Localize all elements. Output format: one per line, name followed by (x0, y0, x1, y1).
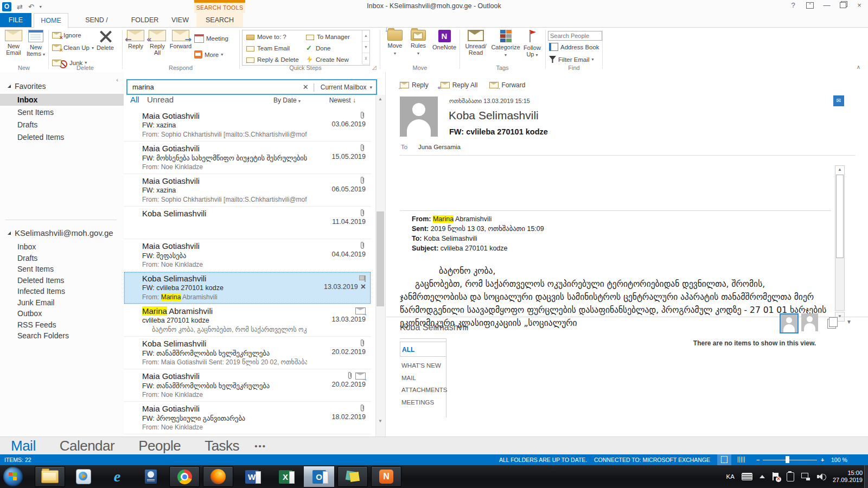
sidebar-folder-item[interactable]: Inbox (0, 94, 124, 106)
collapse-ribbon-icon[interactable]: ∧ (857, 64, 860, 70)
app-nav-item[interactable]: Tasks (193, 438, 251, 454)
taskbar-document-app-button[interactable] (136, 466, 166, 487)
flag-icon[interactable] (359, 275, 366, 282)
tab-home[interactable]: HOME (34, 13, 68, 28)
clock[interactable]: 15:00 27.09.2019 (833, 470, 863, 484)
help-button[interactable]: ? (788, 1, 799, 9)
mail-list-item[interactable]: 04.04.2019 × Maia Gotiashvili FW: შეფასე… (124, 239, 371, 272)
show-desktop-button[interactable] (864, 465, 868, 488)
people-pane-tab[interactable]: ATTACHMENTS (401, 384, 448, 396)
ignore-button[interactable]: × Ignore (52, 32, 81, 38)
scrollbar-thumb[interactable] (376, 211, 384, 306)
taskbar-firefox-button[interactable] (203, 466, 233, 487)
people-pane-contact[interactable]: Koba Selimashvili (400, 323, 468, 332)
reading-forward-button[interactable]: →Forward (489, 81, 525, 89)
sidebar-folder-item[interactable]: Drafts (0, 119, 124, 131)
reading-scrollbar[interactable]: ▲ (835, 165, 845, 311)
tab-view[interactable]: VIEW (167, 13, 193, 27)
taskbar-word-button[interactable]: W (237, 466, 267, 487)
expand-triangle-icon[interactable] (8, 85, 11, 88)
zoom-out-button[interactable]: − (756, 454, 760, 465)
zoom-slider-thumb[interactable] (786, 456, 789, 463)
sidebar-folder-item[interactable]: Deleted Items (0, 131, 124, 143)
sidebar-folder-item[interactable]: Infected Items (0, 286, 124, 297)
quick-step-item[interactable]: Create New (303, 54, 350, 65)
meeting-button[interactable]: Meeting (194, 34, 228, 43)
filter-email-button[interactable]: Filter Email ▾ (549, 56, 594, 63)
minimize-button[interactable]: — (821, 1, 832, 9)
ribbon-display-options-button[interactable]: ⌃ (806, 2, 814, 9)
quick-step-item[interactable]: To Manager (303, 31, 350, 42)
account-header[interactable]: KSelimashvili@moh.gov.ge (8, 228, 113, 237)
taskbar-excel-button[interactable]: X (270, 466, 301, 487)
quick-steps-dialog-launcher[interactable]: ◿ (372, 65, 376, 70)
removable-device-icon[interactable] (787, 472, 794, 481)
to-recipient[interactable]: Juna Gersamia (418, 144, 461, 150)
message-sender[interactable]: Koba Selimashvili (449, 109, 539, 122)
start-button[interactable] (3, 467, 23, 486)
taskbar-nitro-button[interactable]: N (371, 466, 401, 487)
mail-list-item[interactable]: 03.06.2019 × Maia Gotiashvili FW: xazina… (124, 109, 371, 142)
delete-item-icon[interactable]: × (361, 283, 366, 291)
clear-search-icon[interactable]: ✕ (298, 83, 313, 91)
sidebar-folder-item[interactable]: Inbox (0, 241, 124, 253)
normal-view-button[interactable] (717, 454, 731, 465)
sort-by-date[interactable]: By Date ▾ (273, 97, 301, 104)
sidebar-folder-item[interactable]: Sent Items (0, 264, 124, 275)
quick-steps-scroll[interactable]: ▲▼⊻ (362, 30, 369, 64)
people-pane-tab[interactable]: WHAT'S NEW (401, 359, 448, 372)
mail-list-item[interactable]: 06.05.2019 × Maia Gotiashvili FW: xazina… (124, 174, 371, 207)
delete-button[interactable]: Delete (93, 30, 117, 51)
people-pane-tab[interactable]: MAIL (401, 372, 448, 384)
tab-folder[interactable]: FOLDER (127, 13, 163, 27)
scroll-down-icon[interactable]: ▼ (376, 417, 385, 426)
follow-up-button[interactable]: Follow Up ▾ (521, 30, 544, 59)
search-people-input[interactable] (548, 31, 602, 41)
contact-avatar[interactable] (780, 313, 799, 333)
more-button[interactable]: More ▾ (194, 50, 223, 59)
zoom-slider-track[interactable] (763, 460, 817, 461)
mail-list-item[interactable]: 18.02.2019 × Maia Gotiashvili FW: პროფეს… (124, 402, 371, 434)
forward-button[interactable]: Forward (169, 30, 192, 49)
sidebar-folder-item[interactable]: Sent Items (0, 106, 124, 118)
sender-avatar[interactable] (400, 97, 438, 137)
reading-reply-button[interactable]: ←Reply (400, 81, 429, 89)
quick-step-item[interactable]: Move to: ? (244, 31, 299, 42)
tray-expand-icon[interactable] (760, 475, 765, 478)
zoom-level[interactable]: 100 % (831, 454, 847, 465)
collapse-folder-pane-icon[interactable]: ‹ (116, 76, 118, 83)
close-button[interactable]: × (854, 1, 865, 9)
mail-list-item[interactable]: 13.03.2019 × Marina Abramishvili cvlileb… (124, 304, 371, 337)
reply-all-button[interactable]: Reply All (146, 30, 168, 56)
move-button[interactable]: ↓ Move ▾ (384, 30, 406, 57)
taskbar-media-player-button[interactable] (68, 466, 99, 487)
restore-button[interactable] (840, 2, 846, 8)
quick-step-item[interactable]: Reply & Delete (244, 54, 299, 65)
onenote-button[interactable]: N OneNote (431, 30, 458, 50)
quick-step-item[interactable]: Team Email (244, 42, 299, 54)
list-scrollbar[interactable]: ▲ ▼ (375, 95, 385, 436)
sidebar-folder-item[interactable]: Search Folders (0, 330, 124, 342)
zoom-in-button[interactable]: + (821, 454, 824, 465)
address-book-button[interactable]: Address Book (549, 43, 599, 51)
sidebar-folder-item[interactable]: Outbox (0, 308, 124, 319)
app-nav-item[interactable]: People (126, 438, 193, 454)
scroll-up-icon[interactable]: ▲ (835, 167, 844, 172)
unread-read-button[interactable]: Unread/ Read (462, 30, 489, 56)
tab-send-receive[interactable]: SEND / RECEIVE (71, 13, 123, 27)
scrollbar-thumb[interactable] (836, 175, 844, 258)
new-email-button[interactable]: New Email (3, 30, 24, 56)
people-pane-tab-all[interactable]: ALL (400, 342, 446, 357)
nav-more-button[interactable]: ••• (251, 441, 266, 451)
taskbar-ie-button[interactable]: e (102, 466, 132, 487)
search-scope-dropdown[interactable]: Current Mailbox (315, 84, 370, 91)
reply-button[interactable]: Reply (126, 30, 145, 49)
new-items-button[interactable]: New Items ▾ (25, 30, 47, 58)
filter-all[interactable]: All (130, 95, 139, 104)
volume-icon[interactable] (817, 473, 826, 480)
filter-unread[interactable]: Unread (147, 95, 174, 104)
people-pane-tab[interactable]: MEETINGS (401, 396, 448, 409)
reading-view-button[interactable] (738, 457, 745, 463)
search-input[interactable] (127, 82, 298, 92)
sort-newest[interactable]: Newest ↓ (329, 97, 356, 104)
